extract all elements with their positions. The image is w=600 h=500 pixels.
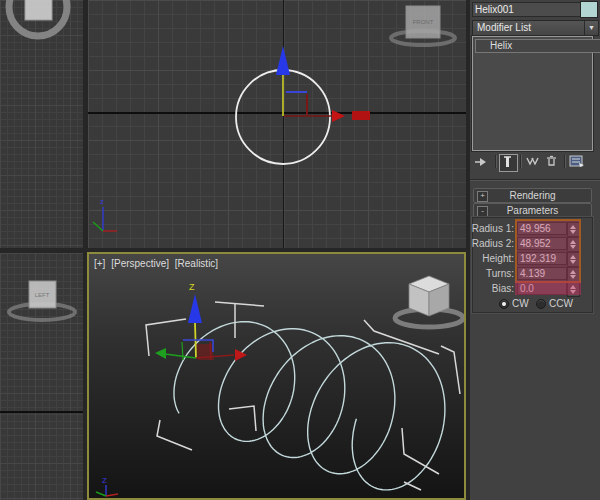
radius1-field[interactable]: 49.956 [517, 222, 567, 235]
svg-text:z: z [100, 197, 104, 206]
turns-label: Turns: [470, 268, 514, 279]
radius1-spinner[interactable] [567, 222, 580, 237]
transform-gizmo-top[interactable] [276, 46, 370, 122]
param-row-radius2: Radius 2: 48.952 [470, 237, 600, 250]
remove-modifier-icon [544, 154, 559, 168]
height-label: Height: [470, 253, 514, 264]
modifier-stack-toolbar [470, 153, 600, 171]
viewport-top-left[interactable] [0, 0, 83, 248]
viewport-top[interactable]: FRONT z [88, 0, 466, 248]
remove-modifier-button[interactable] [544, 154, 561, 170]
command-panel: Modifier List ▼ Helix [470, 0, 600, 500]
height-spinner[interactable] [567, 252, 580, 267]
modifier-stack-item-helix[interactable]: Helix [475, 39, 600, 53]
object-color-swatch[interactable] [580, 1, 598, 18]
helix-spline-path[interactable] [174, 322, 445, 490]
svg-text:FRONT: FRONT [413, 19, 434, 25]
rendering-rollout-label: Rendering [509, 190, 555, 201]
viewcube-left[interactable]: LEFT [9, 281, 75, 320]
radius2-spinner[interactable] [567, 237, 580, 252]
chevron-down-icon[interactable]: ▼ [584, 21, 598, 35]
viewcube-top[interactable]: FRONT [391, 6, 455, 45]
world-axis-line-left [0, 411, 83, 413]
ccw-radio[interactable] [536, 299, 546, 309]
turns-field[interactable]: 4.139 [517, 267, 567, 280]
cw-radio[interactable] [499, 299, 509, 309]
viewcube-ring-topleft[interactable] [0, 0, 83, 60]
param-row-bias: Bias: 0.0 [470, 282, 600, 295]
gizmo-x-arrow[interactable] [235, 349, 247, 361]
param-row-height: Height: 192.319 [470, 252, 600, 265]
modifier-stack-list[interactable]: Helix [472, 36, 593, 151]
viewport-left[interactable]: LEFT [0, 253, 83, 500]
height-field[interactable]: 192.319 [517, 252, 567, 265]
param-row-turns: Turns: 4.139 [470, 267, 600, 280]
ccw-label: CCW [549, 298, 573, 309]
parameters-rollout-header[interactable]: - Parameters [473, 203, 592, 218]
make-unique-button[interactable] [525, 154, 542, 170]
parameters-rollout-label: Parameters [507, 205, 559, 216]
world-axis-tripod-perspective: Z [96, 476, 118, 496]
configure-modifier-sets-icon [569, 154, 585, 168]
gizmo-y-arrow[interactable] [155, 348, 166, 359]
modifier-list-label: Modifier List [477, 22, 531, 33]
bias-label: Bias: [470, 283, 514, 294]
param-row-radius1: Radius 1: 49.956 [470, 222, 600, 235]
panel-divider [470, 179, 600, 181]
gizmo-z-arrow[interactable] [188, 294, 202, 323]
radius1-label: Radius 1: [470, 223, 514, 234]
turns-spinner[interactable] [567, 267, 580, 282]
toolbar-separator [520, 155, 522, 168]
make-unique-icon [525, 154, 540, 168]
svg-text:Z: Z [102, 476, 107, 485]
configure-modifier-sets-button[interactable] [569, 154, 586, 170]
bias-field[interactable]: 0.0 [517, 282, 567, 295]
rollout-collapse-icon[interactable]: - [477, 206, 488, 217]
pin-stack-icon [474, 154, 489, 169]
cw-label: CW [512, 298, 529, 309]
gizmo-z-label: Z [189, 282, 195, 292]
radius2-field[interactable]: 48.952 [517, 237, 567, 250]
viewport-perspective[interactable]: [+] [Perspective] [Realistic] [87, 252, 466, 500]
radius2-label: Radius 2: [470, 238, 514, 249]
bias-spinner[interactable] [567, 282, 580, 297]
gizmo-z-arrow[interactable] [276, 46, 290, 75]
gizmo-x-arrow[interactable] [332, 110, 345, 122]
direction-radio-row: CW CCW [470, 298, 600, 311]
viewcube-perspective[interactable] [395, 276, 463, 327]
toolbar-separator [564, 155, 566, 168]
rendering-rollout-header[interactable]: + Rendering [473, 188, 592, 203]
show-end-result-icon [500, 155, 515, 169]
object-name-input[interactable] [472, 2, 581, 17]
3dsmax-window: FRONT z LEFT [+] [Perspective] [Re [0, 0, 600, 500]
toolbar-separator [495, 155, 497, 168]
pin-stack-button[interactable] [474, 154, 491, 170]
show-end-result-button[interactable] [499, 154, 518, 172]
modifier-list-dropdown[interactable]: Modifier List ▼ [472, 20, 599, 36]
rollout-expand-icon[interactable]: + [477, 191, 488, 202]
svg-text:LEFT: LEFT [35, 292, 50, 298]
world-axis-tripod-top: z [93, 197, 117, 231]
